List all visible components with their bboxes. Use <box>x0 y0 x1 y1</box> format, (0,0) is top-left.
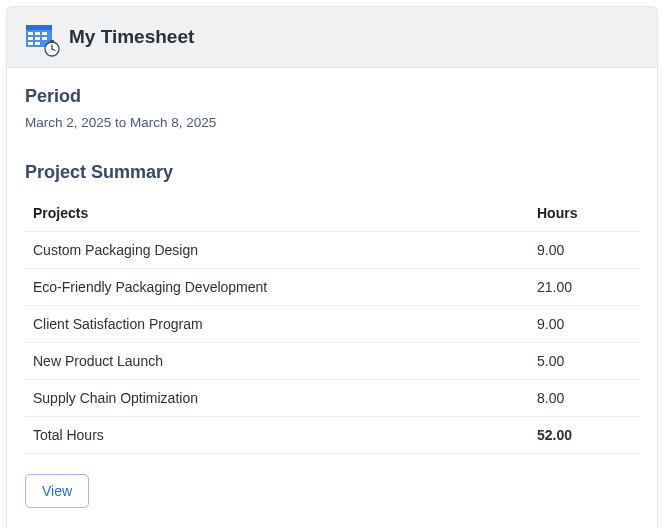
project-hours: 21.00 <box>529 269 639 306</box>
project-hours: 9.00 <box>529 232 639 269</box>
project-name: Custom Packaging Design <box>25 232 529 269</box>
col-projects: Projects <box>25 195 529 232</box>
svg-rect-1 <box>26 25 52 30</box>
total-value: 52.00 <box>529 417 639 454</box>
total-row: Total Hours 52.00 <box>25 417 639 454</box>
svg-rect-2 <box>28 32 33 35</box>
total-label: Total Hours <box>25 417 529 454</box>
project-name: Eco-Friendly Packaging Development <box>25 269 529 306</box>
project-name: Client Satisfaction Program <box>25 306 529 343</box>
svg-rect-8 <box>28 42 33 45</box>
svg-rect-3 <box>35 32 40 35</box>
timesheet-card: My Timesheet Period March 2, 2025 to Mar… <box>6 6 658 528</box>
svg-rect-5 <box>28 37 33 40</box>
table-header-row: Projects Hours <box>25 195 639 232</box>
svg-rect-6 <box>35 37 40 40</box>
project-hours: 5.00 <box>529 343 639 380</box>
summary-heading: Project Summary <box>25 162 639 183</box>
view-button[interactable]: View <box>25 474 89 508</box>
table-body: Custom Packaging Design 9.00 Eco-Friendl… <box>25 232 639 454</box>
table-row: Custom Packaging Design 9.00 <box>25 232 639 269</box>
table-row: Client Satisfaction Program 9.00 <box>25 306 639 343</box>
period-range: March 2, 2025 to March 8, 2025 <box>25 115 639 130</box>
project-hours: 9.00 <box>529 306 639 343</box>
card-body: Period March 2, 2025 to March 8, 2025 Pr… <box>7 68 657 528</box>
period-heading: Period <box>25 86 639 107</box>
svg-rect-4 <box>42 32 47 35</box>
project-name: New Product Launch <box>25 343 529 380</box>
project-name: Supply Chain Optimization <box>25 380 529 417</box>
card-title: My Timesheet <box>69 26 194 48</box>
table-row: Supply Chain Optimization 8.00 <box>25 380 639 417</box>
table-row: Eco-Friendly Packaging Development 21.00 <box>25 269 639 306</box>
card-header: My Timesheet <box>7 7 657 68</box>
project-hours: 8.00 <box>529 380 639 417</box>
col-hours: Hours <box>529 195 639 232</box>
table-row: New Product Launch 5.00 <box>25 343 639 380</box>
project-summary-table: Projects Hours Custom Packaging Design 9… <box>25 195 639 454</box>
svg-rect-9 <box>35 42 40 45</box>
timesheet-icon <box>25 21 57 53</box>
stopwatch-icon <box>43 39 61 57</box>
